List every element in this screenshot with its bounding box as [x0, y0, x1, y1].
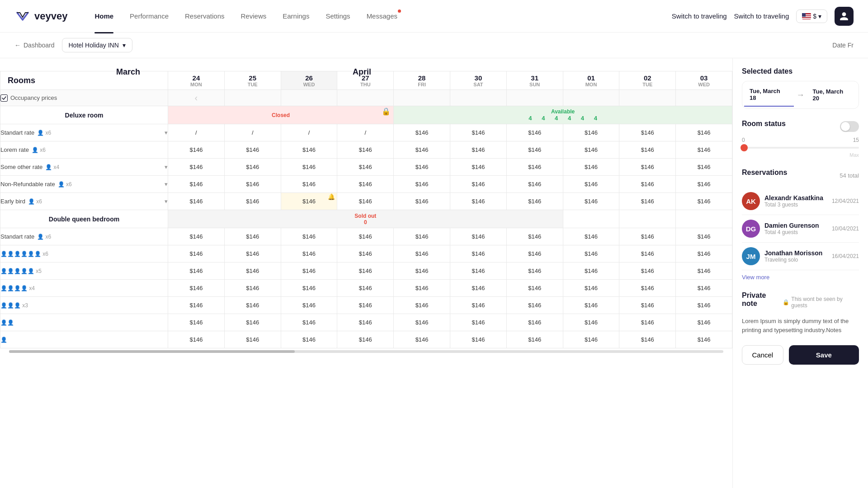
- nav-reservations[interactable]: Reservations: [185, 10, 225, 22]
- table-row: Non-Refundable rate 👤 x6 ▾ $146 $146 $14…: [0, 176, 732, 193]
- date-filter[interactable]: Date Fr: [832, 42, 854, 49]
- horizontal-scrollbar[interactable]: [9, 350, 723, 353]
- main-nav: Home Performance Reservations Reviews Ea…: [94, 10, 671, 22]
- switch-to-traveling-button[interactable]: Switch to traveling: [672, 12, 727, 20]
- reservation-item-1: DG Damien Gurenson Total 4 guests 10/04/…: [742, 215, 859, 243]
- reservation-guests-1: Total 4 guests: [764, 229, 827, 235]
- save-button[interactable]: Save: [789, 345, 859, 365]
- reservations-total: 54 total: [840, 172, 859, 179]
- reservation-info-0: Alexandr Kasatkina Total 3 guests: [764, 194, 827, 208]
- hotel-name: Hotel Holiday INN: [69, 42, 119, 49]
- view-more-link[interactable]: View more: [742, 274, 769, 281]
- calendar-panel: March April Rooms: [0, 58, 732, 488]
- switch-traveling-label[interactable]: Switch to traveling: [734, 12, 789, 20]
- date-selector[interactable]: Tue, March 18 → Tue, March 20: [742, 81, 859, 109]
- reservation-guests-0: Total 3 guests: [764, 202, 827, 208]
- nav-performance[interactable]: Performance: [130, 10, 169, 22]
- lock-icon: 🔒: [382, 107, 391, 116]
- nav-settings[interactable]: Settings: [326, 10, 350, 22]
- month-headers: March April: [0, 67, 732, 71]
- brand-name: veyvey: [34, 10, 67, 22]
- svg-rect-5: [802, 17, 811, 18]
- table-row: Standart rate 👤 x6 ▾ / / / / $146 $146 $…: [0, 124, 732, 141]
- day-header-25: 25 TUE: [224, 71, 281, 90]
- rate-label-dq-standart: Standart rate 👤 x6: [0, 233, 168, 240]
- selected-dates-title: Selected dates: [742, 67, 859, 75]
- currency-selector[interactable]: $ ▾: [796, 9, 827, 23]
- expand-icon[interactable]: ▾: [165, 129, 168, 136]
- user-avatar-button[interactable]: [835, 7, 854, 26]
- private-note-title: Private note: [742, 291, 783, 308]
- avatar-morisson: JM: [742, 247, 760, 265]
- table-row: Some other rate 👤 x4 ▾ $146 $146 $146 $1…: [0, 159, 732, 176]
- back-arrow-icon: ←: [14, 42, 21, 49]
- room-status-slider[interactable]: [742, 147, 859, 149]
- subheader: ← Dashboard Hotel Holiday INN ▾ Date Fr: [0, 33, 868, 58]
- table-row: Standart rate 👤 x6 $146$146 $146$146 $14…: [0, 228, 732, 245]
- rooms-table: Rooms 24 MON 25 TUE 26 WED: [0, 71, 732, 348]
- reservations-title: Reservations: [742, 169, 788, 177]
- chevron-down-icon: ▾: [123, 42, 126, 49]
- table-row: 👤👤👤👤👤 x5 $146$146 $146$146 $146$146 $146…: [0, 263, 732, 280]
- reservation-guests-2: Traveling solo: [764, 257, 827, 263]
- sold-out-status-cell[interactable]: Sold out 0: [168, 210, 563, 228]
- logo-icon: [14, 8, 31, 24]
- day-header-03: 03 WED: [676, 71, 732, 90]
- rooms-header: Rooms: [0, 71, 168, 89]
- nav-reviews[interactable]: Reviews: [241, 10, 267, 22]
- cancel-button[interactable]: Cancel: [742, 345, 783, 365]
- flag-icon: [802, 13, 811, 19]
- room-status-toggle[interactable]: [840, 121, 859, 132]
- warning-icon: 🔔: [328, 193, 335, 200]
- slider-min-label: 0: [742, 137, 745, 143]
- date-from-box[interactable]: Tue, March 18: [744, 83, 794, 107]
- svg-rect-6: [802, 18, 811, 19]
- reservation-date-2: 16/04/2021: [832, 253, 859, 259]
- april-label: April: [353, 67, 371, 77]
- header-right: Switch to traveling Switch to traveling …: [672, 7, 854, 26]
- panel-footer: Cancel Save: [742, 345, 859, 365]
- reservations-header: Reservations 54 total: [742, 169, 859, 182]
- reservation-name-1: Damien Gurenson: [764, 222, 827, 229]
- nav-earnings[interactable]: Earnings: [283, 10, 309, 22]
- slider-max-text: Max: [742, 152, 859, 158]
- currency-label: $ ▾: [813, 13, 821, 20]
- room-status-title: Room status: [742, 120, 786, 128]
- reservation-name-0: Alexandr Kasatkina: [764, 194, 827, 202]
- back-to-dashboard[interactable]: ← Dashboard: [14, 42, 55, 49]
- room-status-section: Room status 0 15 Max: [742, 120, 859, 158]
- user-icon: [839, 11, 849, 21]
- date-to-label: Tue, March 20: [813, 88, 852, 102]
- available-status-cell[interactable]: Available 4 4 4 4 4 4: [394, 106, 732, 124]
- hotel-selector[interactable]: Hotel Holiday INN ▾: [62, 38, 132, 52]
- logo: veyvey: [14, 8, 67, 24]
- day-header-01: 01 MON: [563, 71, 619, 90]
- privacy-label: 🔒 This wont be seen by guests: [783, 296, 859, 309]
- messages-dot: [398, 9, 401, 13]
- private-note-header: Private note 🔒 This wont be seen by gues…: [742, 291, 859, 313]
- table-row: 👤👤👤 x3 $146$146 $146$146 $146$146 $146$1…: [0, 297, 732, 314]
- room-status-header: Room status: [742, 120, 859, 133]
- lock-small-icon: 🔒: [783, 299, 789, 305]
- expand-icon[interactable]: ▾: [165, 198, 168, 205]
- expand-icon[interactable]: ▾: [165, 181, 168, 188]
- table-row: Early bird 👤 x6 ▾ $146 $146 $146 🔔 $146 …: [0, 193, 732, 210]
- expand-icon[interactable]: ▾: [165, 164, 168, 170]
- closed-status-cell[interactable]: Closed 🔒: [168, 106, 394, 124]
- rate-label-lorem: Lorem rate 👤 x6: [0, 146, 168, 153]
- day-header-30: 30 SAT: [450, 71, 507, 90]
- rate-label-non-refundable: Non-Refundable rate 👤 x6 ▾: [0, 181, 168, 188]
- reservations-section: Reservations 54 total AK Alexandr Kasatk…: [742, 169, 859, 281]
- nav-home[interactable]: Home: [94, 10, 113, 22]
- avatar-gurenson: DG: [742, 220, 760, 238]
- slider-max-label: 15: [853, 137, 859, 143]
- private-note-text: Lorem Ipsum is simply dummy text of the …: [742, 317, 859, 334]
- reservation-info-2: Jonathan Morisson Traveling solo: [764, 249, 827, 263]
- date-arrow-icon: →: [794, 90, 807, 100]
- date-to-box[interactable]: Tue, March 20: [807, 84, 857, 106]
- prev-arrow-icon[interactable]: ‹: [195, 93, 198, 103]
- rate-label-standart: Standart rate 👤 x6 ▾: [0, 129, 168, 136]
- day-header-02: 02 TUE: [619, 71, 676, 90]
- nav-messages[interactable]: Messages: [367, 10, 397, 22]
- table-row: 👤👤👤👤👤👤 x6 $146$146 $146$146 $146$146 $14…: [0, 245, 732, 263]
